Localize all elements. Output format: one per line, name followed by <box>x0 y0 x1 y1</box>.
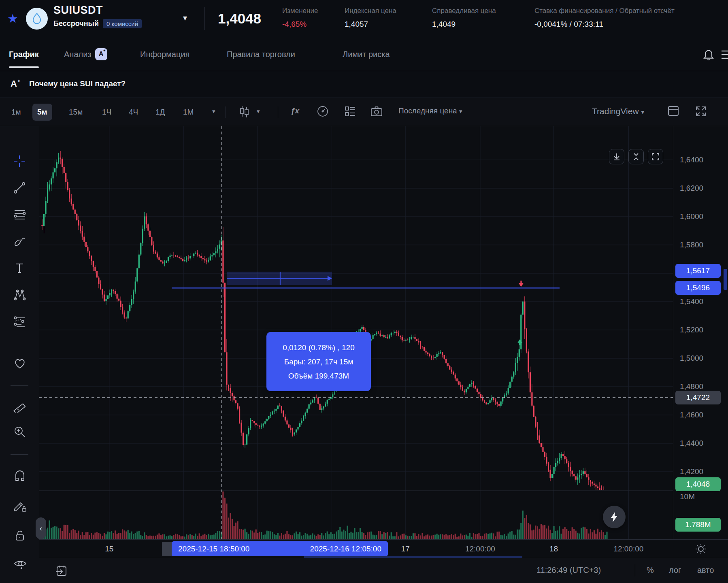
time-tick: 18 <box>549 545 558 553</box>
time-tick: 15 <box>105 545 113 553</box>
price-mode-select[interactable]: Последняя цена ▾ <box>398 106 462 115</box>
camera-icon[interactable] <box>370 105 383 119</box>
tradingview-brand-select[interactable]: TradingView ▾ <box>592 106 644 116</box>
stat-value: -0,0041% / 07:33:11 <box>534 20 675 29</box>
tooltip-volume-line: Объём 199.473М <box>288 370 349 382</box>
symbol-dropdown-caret-icon[interactable]: ▾ <box>183 13 187 23</box>
active-tab-underline <box>9 66 39 68</box>
drawing-toolbar <box>0 126 39 583</box>
price-tick: 1,4800 <box>680 382 703 391</box>
ai-question-link[interactable]: Почему цена SUI падает? <box>29 79 126 88</box>
chart-plot-area[interactable]: Объём SMA 9 3.163М 0,0120 (0.78%) , 120 … <box>39 126 673 539</box>
chart-style-candles-icon[interactable] <box>238 105 250 120</box>
hide-drawings-eye-icon[interactable] <box>13 558 26 570</box>
sui-coin-logo <box>26 8 48 30</box>
menu-hamburger-icon[interactable] <box>721 49 728 62</box>
ai-suggestion-bar: A✦ Почему цена SUI падает? <box>0 71 728 98</box>
fullscreen-expand-icon[interactable] <box>695 105 707 119</box>
zero-fee-badge: 0 комиссий <box>103 19 142 28</box>
stat-label: Справедливая цена <box>432 7 496 15</box>
volume-axis-tick: 10M <box>680 492 695 501</box>
price-tick: 1,6200 <box>680 184 703 193</box>
volume-badge: 1.788M <box>675 518 721 532</box>
price-tick: 1,4200 <box>680 467 703 476</box>
header-divider <box>204 7 205 30</box>
tab-trading-rules[interactable]: Правила торговли <box>227 37 295 71</box>
auto-scale-button[interactable]: авто <box>697 566 714 575</box>
price-tick: 1,5000 <box>680 354 703 363</box>
price-tick: 1,4600 <box>680 411 703 419</box>
tooltip-change-line: 0,0120 (0.78%) , 120 <box>283 341 354 354</box>
price-axis[interactable]: 1,64001,62001,60001,58001,54001,52001,50… <box>673 126 728 539</box>
price-tick: 1,4400 <box>680 439 703 448</box>
timeframe-1М[interactable]: 1М <box>178 104 198 121</box>
measure-tooltip: 0,0120 (0.78%) , 120 Бары: 207, 17ч 15м … <box>266 332 371 391</box>
price-badge-gray: 1,4722 <box>675 391 721 404</box>
chart-style-caret-icon[interactable]: ▾ <box>257 108 260 115</box>
tab-risk-limit[interactable]: Лимит риска <box>343 37 390 71</box>
trend-line-tool-icon[interactable] <box>13 182 26 194</box>
session-clock[interactable]: 11:26:49 (UTC+3) <box>536 566 601 575</box>
collapse-panel-chevron[interactable]: ‹ <box>36 517 46 539</box>
scroll-to-recent-button[interactable] <box>609 149 624 164</box>
symbol-block[interactable]: SUIUSDT Бессрочный 0 комиссий <box>53 4 142 28</box>
symbol-header: ★ SUIUSDT Бессрочный 0 комиссий ▾ 1,4048… <box>0 0 728 37</box>
contract-type-label: Бессрочный <box>53 19 99 28</box>
time-axis[interactable]: 2025-12-15 18:50:00 2025-12-16 12:05:00 … <box>39 539 728 558</box>
timeframe-5м[interactable]: 5м <box>32 104 52 121</box>
stat-label: Изменение <box>282 7 318 15</box>
timeframe-15м[interactable]: 15м <box>64 104 87 121</box>
theme-sun-icon[interactable] <box>695 543 707 557</box>
forecast-tool-icon[interactable] <box>13 315 26 328</box>
log-scale-button[interactable]: лог <box>669 566 681 575</box>
tab-info[interactable]: Информация <box>140 37 189 71</box>
header-stat: Индексная цена1,4057 <box>345 7 396 29</box>
crosshair-tool-icon[interactable] <box>13 155 26 167</box>
xabcd-pattern-tool-icon[interactable] <box>13 289 26 301</box>
water-drop-icon <box>31 13 43 25</box>
timeframe-caret-icon[interactable]: ▾ <box>212 108 215 115</box>
timeframe-1м[interactable]: 1м <box>6 104 26 121</box>
zoom-in-tool-icon[interactable] <box>13 426 26 438</box>
stat-value: 1,4057 <box>345 20 396 29</box>
stat-label: Ставка финансирования / Обратный отсчёт <box>534 7 675 15</box>
price-tick: 1,6000 <box>680 212 703 221</box>
timeframe-4Ч[interactable]: 4Ч <box>124 104 143 121</box>
go-to-date-calendar-icon[interactable] <box>55 564 68 579</box>
fib-lines-tool-icon[interactable] <box>13 209 26 221</box>
measured-range-time-badge: 2025-12-15 18:50:00 2025-12-16 12:05:00 <box>172 541 388 556</box>
chart-bottom-bar: 11:26:49 (UTC+3) % лог авто <box>39 558 728 583</box>
toolbar-divider <box>226 106 226 118</box>
time-tick: 12:00:00 <box>613 545 643 553</box>
gauge-icon[interactable] <box>317 105 329 119</box>
favorite-star-icon[interactable]: ★ <box>7 11 18 26</box>
tab-chart[interactable]: График <box>9 37 39 71</box>
lock-all-tool-icon[interactable] <box>13 529 26 541</box>
timeframe-1Д[interactable]: 1Д <box>151 104 170 121</box>
time-tick: 17 <box>401 545 410 553</box>
sell-marker <box>519 283 524 287</box>
tooltip-bars-line: Бары: 207, 17ч 15м <box>284 355 353 368</box>
bottom-bar-divider <box>635 564 635 577</box>
price-tick: 1,6400 <box>680 155 703 164</box>
magnet-tool-icon[interactable] <box>13 470 26 482</box>
emoji-heart-tool-icon[interactable] <box>13 357 26 370</box>
collapse-pane-button[interactable] <box>628 149 644 164</box>
percent-scale-button[interactable]: % <box>647 566 654 575</box>
trading-app: ★ SUIUSDT Бессрочный 0 комиссий ▾ 1,4048… <box>0 0 728 583</box>
timeframe-1Ч[interactable]: 1Ч <box>97 104 116 121</box>
drawing-mode-lock-icon[interactable] <box>13 499 26 511</box>
quick-trade-lightning-button[interactable] <box>603 506 626 528</box>
maximize-pane-button[interactable] <box>648 149 663 164</box>
tab-analysis[interactable]: АнализA✦ <box>64 37 107 71</box>
indicators-fx-icon[interactable]: ƒx <box>291 106 299 115</box>
panel-layout-icon[interactable] <box>667 105 679 118</box>
text-tool-icon[interactable] <box>13 262 26 274</box>
layout-list-icon[interactable] <box>344 105 356 119</box>
notifications-bell-icon[interactable] <box>703 49 714 62</box>
stat-value: -4,65% <box>282 20 318 29</box>
measure-ruler-tool-icon[interactable] <box>13 400 26 412</box>
toolbar-divider <box>278 106 278 118</box>
brush-tool-icon[interactable] <box>13 235 26 247</box>
axis-order-sliver <box>724 269 727 290</box>
